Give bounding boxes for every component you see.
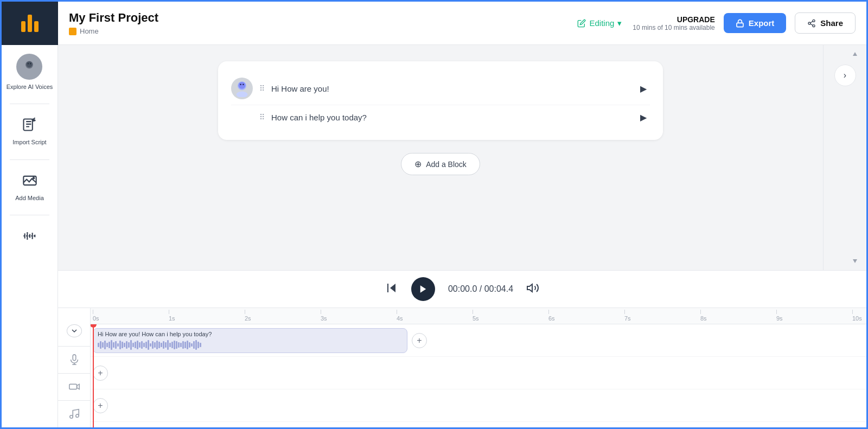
current-time: 00:00.0	[448, 284, 477, 293]
expand-panel-button[interactable]: ›	[834, 65, 856, 86]
upgrade-info: UPGRADE 10 mins of 10 mins available	[633, 15, 714, 31]
share-button[interactable]: Share	[795, 12, 856, 34]
chevron-down-icon	[71, 328, 78, 334]
waveform-bar	[108, 342, 110, 348]
waveform-bar	[98, 343, 99, 347]
ruler-label-9: 9s	[776, 315, 783, 322]
microphone-icon	[68, 354, 80, 366]
music-track-icon	[58, 400, 91, 427]
waveform-bar	[171, 342, 173, 348]
playhead[interactable]	[93, 324, 94, 427]
timeline-collapse-button[interactable]	[67, 324, 82, 337]
svg-point-27	[237, 92, 248, 97]
home-folder-icon	[69, 28, 76, 35]
waveform-bar	[115, 341, 117, 349]
svg-point-42	[69, 415, 73, 419]
waveform-bar	[124, 343, 125, 347]
video-camera-icon	[68, 381, 80, 393]
sidebar-item-add-media[interactable]: Add Media	[15, 173, 44, 202]
ruler-mark-3: 3s	[321, 310, 397, 322]
volume-button[interactable]	[526, 281, 539, 297]
breadcrumb[interactable]: Home	[69, 27, 566, 35]
waveform-bar	[167, 340, 169, 350]
script-block: ⠿ Hi How are you! ▶ ⠿ How can i help you…	[218, 61, 663, 140]
svg-point-1	[813, 20, 815, 22]
add-video-clip-button[interactable]: +	[93, 366, 108, 381]
scroll-up-indicator	[852, 49, 858, 59]
waveform-bar	[154, 342, 156, 348]
svg-marker-36	[527, 284, 532, 292]
script-text-2[interactable]: How can i help you today?	[271, 113, 630, 122]
waveform-bar	[141, 341, 143, 349]
upgrade-sub: 10 mins of 10 mins available	[633, 24, 714, 31]
video-track-row: +	[91, 357, 866, 389]
logo	[2, 2, 58, 45]
logo-bar-1	[21, 21, 25, 32]
play-line-1-button[interactable]: ▶	[637, 82, 650, 95]
svg-rect-37	[73, 355, 76, 361]
sidebar-item-ai-voices[interactable]: Explore AI Voices	[7, 54, 53, 91]
waveform	[98, 340, 403, 350]
waveform-bar	[104, 341, 106, 349]
waveform-bar	[200, 343, 201, 347]
play-main-button[interactable]	[411, 277, 435, 301]
add-block-button[interactable]: ⊕ Add a Block	[401, 153, 480, 175]
editing-label: Editing	[589, 18, 614, 28]
ruler-mark-8: 8s	[700, 310, 776, 322]
play-line-2-button[interactable]: ▶	[637, 111, 650, 124]
waveform-bar	[145, 342, 147, 348]
main-body: Explore AI Voices Import Script	[2, 45, 866, 427]
export-button[interactable]: Export	[724, 13, 787, 33]
audio-clip[interactable]: Hi How are you! How can i help you today…	[93, 328, 407, 353]
ruler-mark-2: 2s	[245, 310, 321, 322]
svg-rect-0	[737, 23, 743, 27]
add-audio-clip-button[interactable]: +	[412, 333, 427, 348]
editing-status[interactable]: Editing ▾	[577, 18, 622, 28]
svg-point-2	[808, 22, 810, 24]
waveform-bar	[117, 343, 119, 347]
ai-voices-label: Explore AI Voices	[7, 83, 53, 91]
waveform-bar	[102, 342, 104, 348]
svg-line-5	[810, 21, 813, 23]
left-sidebar: Explore AI Voices Import Script	[2, 45, 58, 427]
waveform-bar	[111, 340, 112, 350]
time-display: 00:00.0 / 00:04.4	[448, 284, 513, 294]
content-area: ⠿ Hi How are you! ▶ ⠿ How can i help you…	[58, 45, 866, 427]
sidebar-divider-1	[10, 104, 49, 104]
waveform-bar	[113, 342, 114, 348]
skip-back-button[interactable]	[385, 281, 398, 297]
waveform-bar	[106, 343, 108, 347]
svg-marker-33	[390, 284, 395, 292]
audio-tools-icon	[22, 228, 37, 246]
audio-track-row: Hi How are you! How can i help you today…	[91, 324, 866, 357]
waveform-bar	[178, 342, 180, 348]
svg-point-7	[24, 70, 35, 74]
ruler-label-1: 1s	[169, 315, 175, 322]
voice-avatar-1[interactable]	[231, 78, 253, 99]
ruler-mark-9: 9s	[776, 310, 852, 322]
header-right: UPGRADE 10 mins of 10 mins available Exp…	[633, 12, 856, 34]
script-text-1[interactable]: Hi How are you!	[271, 84, 630, 93]
skip-back-icon	[385, 281, 398, 294]
waveform-bar	[139, 342, 141, 348]
timeline-ruler: 0s 1s 2s 3s 4s 5s 6s 7s 8s 9s 10s	[91, 308, 866, 324]
sidebar-item-import-script[interactable]: Import Script	[12, 117, 46, 146]
waveform-bar	[143, 343, 145, 347]
waveform-bar	[130, 340, 132, 350]
waveform-bar	[189, 342, 190, 348]
sidebar-item-audio-tools[interactable]	[22, 228, 37, 246]
chevron-down-icon[interactable]: ▾	[617, 18, 622, 28]
svg-point-8	[27, 61, 33, 67]
waveform-bar	[152, 341, 154, 349]
add-block-label: Add a Block	[426, 160, 467, 169]
pencil-icon	[577, 19, 586, 28]
waveform-bar	[182, 341, 184, 349]
drag-handle-1: ⠿	[259, 84, 265, 93]
drag-handle-2: ⠿	[259, 113, 265, 121]
waveform-bar	[195, 340, 197, 350]
add-music-clip-button[interactable]: +	[93, 398, 108, 413]
right-panel: ›	[823, 45, 866, 270]
music-track-row: +	[91, 389, 866, 422]
script-editor: ⠿ Hi How are you! ▶ ⠿ How can i help you…	[58, 45, 823, 270]
svg-rect-40	[69, 385, 76, 389]
